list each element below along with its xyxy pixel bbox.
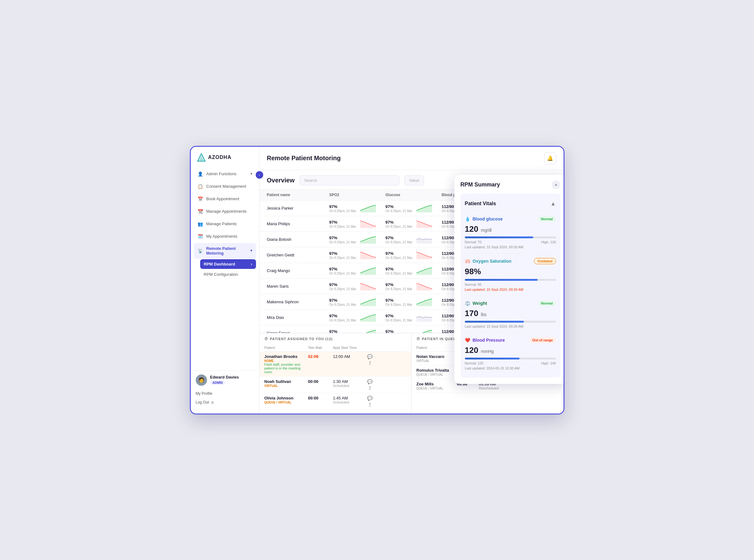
vitals-updated-label: Last updated: 2024-05-15 10:30 AM	[465, 366, 556, 370]
sidebar: AZODHA 👤 Admin Functions ▾ 📋 Consent Man…	[191, 147, 260, 414]
glucose-cell: 97% On 9:20pm, 21 Mar	[386, 313, 442, 322]
assigned-panel-title: ⏱ PATIENT ASSIGNED TO YOU (12)	[264, 337, 406, 341]
col-glucose: Glucose	[386, 193, 442, 197]
glucose-cell: 97% On 9:20pm, 21 Mar	[386, 219, 442, 228]
page-title: Remote Patient Motoring	[267, 155, 341, 162]
logout-label: Log Out	[196, 400, 209, 404]
sidebar-item-rpm[interactable]: 📡 Remote Patient Motoring ▾	[194, 243, 256, 259]
sidebar-collapse-button[interactable]: ›	[256, 171, 263, 179]
avatar: 🧑	[196, 375, 207, 386]
vitals-card-blood-pressure: ❤️ Blood Pressure Out of range 120 mmHg …	[465, 333, 556, 375]
sidebar-item-label: My Appointments	[206, 234, 238, 239]
vitals-card-weight: ⚖️ Weight Normal 170 lbs Last updated: 1…	[465, 296, 556, 333]
sidebar-item-label: Manage Appointments	[206, 209, 247, 214]
sidebar-item-consent[interactable]: 📋 Consent Management	[194, 181, 256, 193]
assigned-patient-info: Noah Sullivan VIRTUAL	[264, 379, 308, 387]
patient-assigned-panel: ⏱ PATIENT ASSIGNED TO YOU (12) Patient T…	[260, 333, 411, 414]
blood-pressure-icon: ❤️	[465, 338, 470, 343]
sidebar-item-label: Admin Functions	[206, 172, 237, 176]
weight-icon: ⚖️	[465, 301, 470, 306]
appt-time-cell: 1:30 AM Scheduled	[333, 379, 364, 387]
assigned-col-patient: Patient	[264, 346, 308, 349]
sidebar-item-book[interactable]: 📅 Book Appointment	[194, 193, 256, 205]
vitals-range: Normal: 95	[465, 283, 556, 286]
assigned-panel-row[interactable]: Noah Sullivan VIRTUAL 00:00 1:30 AM Sche…	[264, 377, 406, 393]
svg-marker-1	[199, 156, 204, 161]
appt-time-cell: 12:00 AM	[333, 354, 364, 359]
vitals-label-weight: ⚖️ Weight	[465, 301, 487, 306]
vitals-status-badge: Normal	[538, 216, 556, 222]
rpm-summary-panel: RPM Summary × Patient Vitals ▲ 💧 Blood g…	[454, 175, 565, 384]
more-options-button[interactable]: ⋮	[368, 360, 372, 365]
spo2-cell: 97% On 9:20pm, 21 Mar	[329, 235, 386, 244]
nav-section: 👤 Admin Functions ▾ 📋 Consent Management…	[191, 168, 259, 371]
sidebar-item-rpm-dashboard[interactable]: RPM Dashboard ›	[200, 259, 256, 269]
spo2-cell: 97% On 9:20pm, 21 Mar	[329, 266, 386, 275]
main-header: Remote Patient Motoring 🔔	[260, 147, 564, 170]
vitals-label-oxygen-saturation: 🫁 Oxygen Saturation	[465, 259, 511, 264]
overview-title: Overview	[267, 177, 295, 184]
glucose-cell: 97% On 9:20pm, 21 Mar	[386, 266, 442, 275]
chat-button[interactable]: 💬	[367, 396, 372, 401]
vitals-updated-label: Last updated: 15 Sept 2024, 09:30 AM	[465, 245, 556, 249]
sidebar-item-my-appts[interactable]: 🗓️ My Appointments	[194, 231, 256, 242]
chat-button[interactable]: 💬	[367, 354, 372, 359]
patient-name: Giana Botosh	[267, 237, 329, 242]
my-appts-icon: 🗓️	[198, 234, 203, 239]
logout-link[interactable]: Log Out ⎋	[196, 398, 254, 407]
spo2-cell: 97% On 9:20pm, 21 Mar	[329, 297, 386, 306]
my-profile-link[interactable]: My Profile	[196, 389, 254, 398]
rpm-summary-close-button[interactable]: ×	[552, 181, 561, 189]
rpm-summary-header: RPM Summary ×	[454, 175, 565, 194]
sidebar-item-manage-appts[interactable]: 📆 Manage Appointments	[194, 205, 256, 217]
value-filter-dropdown[interactable]: Value	[404, 175, 424, 185]
glucose-cell: 97% On 9:20pm, 21 Mar	[386, 235, 442, 244]
vitals-card-oxygen-saturation: 🫁 Oxygen Saturation Outdated 98% Normal:…	[465, 254, 556, 296]
queue-patient-info: Nolan Vaccaro VIRTUAL	[416, 354, 457, 363]
assigned-panel-row[interactable]: Jonathan Brooks HOME Field staff, provid…	[260, 352, 411, 377]
vitals-progress-bar	[465, 358, 556, 359]
glucose-cell: 97% On 9:20pm, 21 Mar	[386, 282, 442, 291]
more-options-button[interactable]: ⋮	[368, 402, 372, 407]
patient-name: Gretchen Geidt	[267, 253, 329, 257]
user-name: Edward Davies	[210, 375, 239, 379]
vitals-section-header: Patient Vitals ▲	[465, 197, 556, 211]
search-input[interactable]: Search	[300, 175, 399, 185]
glucose-cell: 97% On 9:20pm, 21 Mar	[386, 297, 442, 306]
sidebar-item-label: Book Appointment	[206, 197, 240, 201]
sidebar-item-label: Consent Management	[206, 184, 246, 189]
spo2-cell: 97% On 9:20pm, 21 Mar	[329, 313, 386, 322]
vitals-value-display: 120 mmHg	[465, 345, 556, 355]
col-spo2: SPO2	[329, 193, 386, 197]
logout-icon: ⎋	[211, 400, 214, 405]
patient-name: Craig Mango	[267, 268, 329, 273]
patient-name: Maria Philips	[267, 221, 329, 226]
vitals-status-badge: Out of range	[529, 337, 556, 343]
sidebar-item-label: Manage Patients	[206, 221, 237, 226]
sidebar-item-rpm-config[interactable]: RPM Configuration	[200, 269, 256, 279]
vitals-progress-bar	[465, 279, 556, 281]
admin-icon: 👤	[198, 171, 203, 177]
spo2-cell: 97% On 9:20pm, 21 Mar	[329, 219, 386, 228]
vitals-card-header: 💧 Blood glucose Normal	[465, 216, 556, 222]
assigned-panel-row[interactable]: Olivia Johnson QUEUE / VIRTUAL 00:00 1:4…	[264, 393, 406, 410]
notification-bell-button[interactable]: 🔔	[544, 153, 556, 164]
vitals-collapse-icon[interactable]: ▲	[550, 201, 556, 207]
sidebar-item-admin[interactable]: 👤 Admin Functions ▾	[194, 168, 256, 180]
more-options-button[interactable]: ⋮	[368, 385, 372, 391]
patient-name: Makenna Siphron	[267, 300, 329, 304]
sidebar-item-manage-patients[interactable]: 👥 Manage Patients	[194, 218, 256, 230]
assigned-col-tele: Tele Wait	[308, 346, 333, 349]
spo2-cell: 97% On 9:20pm, 21 Mar	[329, 251, 386, 260]
logo-area: AZODHA	[191, 153, 259, 168]
patient-name: Jessica Parker	[267, 206, 329, 211]
vitals-card-blood-glucose: 💧 Blood glucose Normal 120 mg/dl Normal:…	[465, 212, 556, 254]
vitals-value-display: 98%	[465, 267, 556, 276]
col-patient-name: Patient name	[267, 193, 329, 197]
chat-button[interactable]: 💬	[367, 379, 372, 384]
appt-time-cell: 1:45 AM Scheduled	[333, 396, 364, 404]
chevron-up-icon: ▾	[250, 248, 252, 253]
tele-wait: 00:00	[308, 396, 333, 400]
assigned-col-appt: Appt Start Time	[333, 346, 364, 349]
vitals-updated-label: Last updated: 15 Sept 2024, 09:30 AM	[465, 288, 556, 292]
